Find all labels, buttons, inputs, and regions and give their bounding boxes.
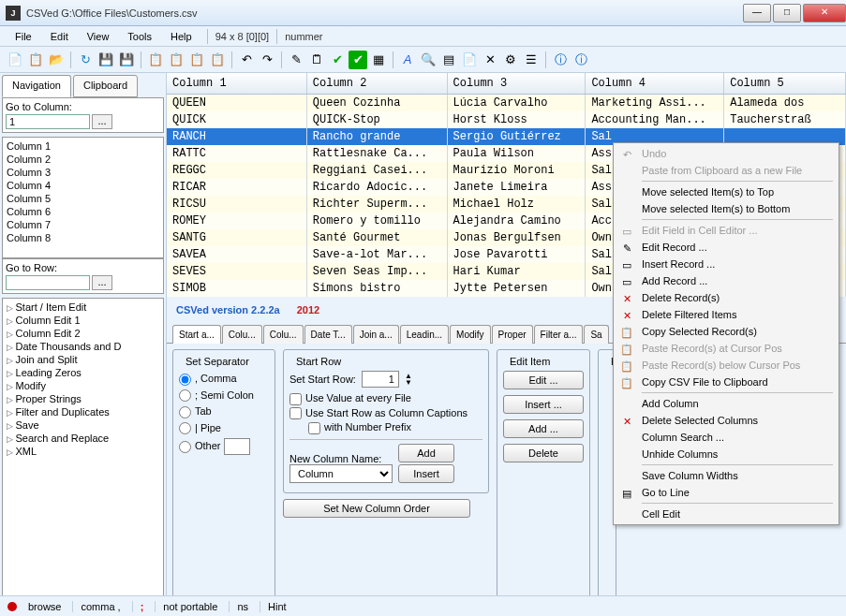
bottom-tab[interactable]: Leadin... <box>400 325 449 344</box>
bottom-tab[interactable]: Colu... <box>263 325 304 344</box>
ctx-delete-filtered[interactable]: ✕Delete Filtered Items <box>616 306 837 323</box>
set-column-order-button[interactable]: Set New Column Order <box>283 499 470 518</box>
grid-cell[interactable]: Jytte Petersen <box>448 280 586 297</box>
grid-cell[interactable]: SANTG <box>167 229 307 246</box>
ctx-delete-records[interactable]: ✕Delete Record(s) <box>616 289 837 306</box>
grid-cell[interactable]: REGGC <box>167 162 307 179</box>
grid-cell[interactable]: Save-a-lot Mar... <box>307 246 448 263</box>
grid-cell[interactable]: QUEEN <box>167 95 307 111</box>
tree-item[interactable]: Column Edit 2 <box>5 327 161 340</box>
search-icon[interactable]: 🔍 <box>419 51 438 69</box>
help-icon[interactable]: ⓘ <box>551 51 570 69</box>
bottom-tab[interactable]: Modify <box>450 325 490 344</box>
edit-icon[interactable]: ✎ <box>287 51 305 69</box>
action-tree[interactable]: Start / Item EditColumn Edit 1Column Edi… <box>2 298 164 609</box>
menu-file[interactable]: File <box>7 29 39 44</box>
saveas-icon[interactable]: 💾 <box>117 51 136 69</box>
grid-cell[interactable]: QUICK-Stop <box>307 111 448 128</box>
note-icon[interactable]: 🗒 <box>307 51 326 69</box>
ctx-cell-edit[interactable]: Cell Edit <box>616 506 837 522</box>
goto-row-button[interactable]: ... <box>92 275 112 290</box>
tree-item[interactable]: Date Thousands and D <box>5 340 161 353</box>
grid-cell[interactable]: RATTC <box>167 145 307 162</box>
grid-cell[interactable]: Hari Kumar <box>448 263 586 280</box>
settings-icon[interactable]: ✕ <box>481 51 499 69</box>
add-button[interactable]: Add ... <box>503 419 584 438</box>
grid-cell[interactable]: Alameda dos <box>724 95 846 111</box>
grid-cell[interactable]: Simons bistro <box>307 280 448 297</box>
bottom-tab[interactable]: Start a... <box>172 325 221 344</box>
bars-icon[interactable]: ☰ <box>522 51 541 69</box>
grid-cell[interactable]: Santé Gourmet <box>307 229 448 246</box>
ctx-unhide-columns[interactable]: Unhide Columns <box>616 446 837 462</box>
goto-column-input[interactable] <box>6 114 90 129</box>
ctx-add-column[interactable]: Add Column <box>616 395 837 412</box>
grid-cell[interactable]: Maurizio Moroni <box>448 162 586 179</box>
tab-navigation[interactable]: Navigation <box>2 75 71 97</box>
insert-button[interactable]: Insert ... <box>503 395 584 414</box>
grid-cell[interactable]: ROMEY <box>167 213 307 229</box>
grid-header-cell[interactable]: Column 2 <box>307 73 448 94</box>
grid-cell[interactable]: QUICK <box>167 111 307 128</box>
grid-cell[interactable]: Jonas Bergulfsen <box>448 229 586 246</box>
grid-header-cell[interactable]: Column 5 <box>724 73 846 94</box>
grid-cell[interactable]: RICAR <box>167 179 307 196</box>
tree-item[interactable]: Proper Strings <box>5 392 161 405</box>
bottom-tab[interactable]: Filter a... <box>534 325 584 344</box>
tool-icon[interactable]: 📋 <box>146 51 165 69</box>
goto-row-input[interactable] <box>6 275 90 290</box>
grid-header-cell[interactable]: Column 4 <box>586 73 724 94</box>
grid-cell[interactable]: Lúcia Carvalho <box>448 95 586 111</box>
insert-column-button[interactable]: Insert <box>398 464 454 483</box>
ctx-delete-columns[interactable]: ✕Delete Selected Columns <box>616 412 837 429</box>
ctx-goto-line[interactable]: ▤Go to Line <box>616 484 837 501</box>
tree-item[interactable]: Column Edit 1 <box>5 314 161 327</box>
tab-clipboard[interactable]: Clipboard <box>73 75 138 97</box>
table-row[interactable]: QUEENQueen CozinhaLúcia CarvalhoMarketin… <box>167 95 846 111</box>
save-icon[interactable]: 💾 <box>96 51 115 69</box>
grid-cell[interactable]: Reggiani Casei... <box>307 162 448 179</box>
column-list-item[interactable]: Column 7 <box>5 218 161 231</box>
close-button[interactable]: ✕ <box>803 4 846 22</box>
ctx-insert-record[interactable]: ▭Insert Record ... <box>616 256 837 272</box>
chk-use-as-captions[interactable]: Use Start Row as Column Captions <box>289 406 482 421</box>
list-icon[interactable]: ▤ <box>439 51 458 69</box>
tree-item[interactable]: Search and Replace <box>5 432 161 445</box>
column-list[interactable]: Column 1Column 2Column 3Column 4Column 5… <box>2 137 164 258</box>
undo-icon[interactable]: ↶ <box>237 51 256 69</box>
menu-help[interactable]: Help <box>163 29 200 44</box>
doc-icon[interactable]: 📄 <box>460 51 479 69</box>
tree-item[interactable]: Save <box>5 418 161 432</box>
ctx-column-search[interactable]: Column Search ... <box>616 429 837 446</box>
new-icon[interactable]: 📄 <box>6 51 24 69</box>
column-list-item[interactable]: Column 1 <box>5 139 161 153</box>
bottom-tab[interactable]: Colu... <box>222 325 262 344</box>
sep-other[interactable]: Other <box>179 436 269 457</box>
grid-header-cell[interactable]: Column 1 <box>167 73 307 94</box>
grid-cell[interactable]: Taucherstraß <box>724 111 846 128</box>
ctx-save-widths[interactable]: Save Column Widths <box>616 467 837 484</box>
refresh-icon[interactable]: ↻ <box>76 51 95 69</box>
redo-icon[interactable]: ↷ <box>258 51 276 69</box>
tree-item[interactable]: Modify <box>5 379 161 392</box>
goto-column-button[interactable]: ... <box>92 114 112 129</box>
ctx-copy-selected[interactable]: 📋Copy Selected Record(s) <box>616 323 837 340</box>
grid-cell[interactable]: Alejandra Camino <box>448 213 586 229</box>
minimize-button[interactable]: — <box>743 4 771 22</box>
bottom-tab[interactable]: Sa <box>584 325 608 344</box>
chk-number-prefix[interactable]: with Number Prefix <box>308 420 482 435</box>
edit-button[interactable]: Edit ... <box>503 371 584 389</box>
grid-cell[interactable]: RANCH <box>167 128 307 145</box>
menu-edit[interactable]: Edit <box>43 29 76 44</box>
menu-view[interactable]: View <box>80 29 117 44</box>
grid-cell[interactable]: SIMOB <box>167 280 307 297</box>
bottom-tab[interactable]: Date T... <box>304 325 352 344</box>
grid-cell[interactable]: Seven Seas Imp... <box>307 263 448 280</box>
new-column-select[interactable]: Column <box>289 464 393 483</box>
font-icon[interactable]: A <box>398 51 417 69</box>
sep-pipe[interactable]: | Pipe <box>179 420 269 437</box>
check2-icon[interactable]: ✔ <box>349 51 367 69</box>
copy-icon[interactable]: 📋 <box>26 51 45 69</box>
sep-comma[interactable]: , Comma <box>179 371 269 388</box>
grid-cell[interactable]: Queen Cozinha <box>307 95 448 111</box>
